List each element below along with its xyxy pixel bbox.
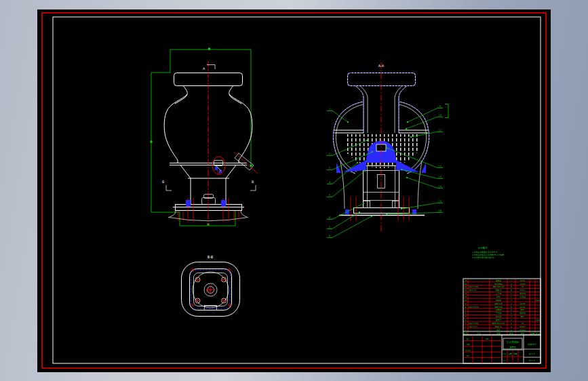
bom-cell: 3	[465, 322, 467, 325]
bom-cell: 下壳体	[496, 312, 502, 315]
balloon-leader	[406, 117, 437, 129]
drawing-canvas: A B B A-A	[37, 9, 551, 372]
bom-cell: Q235	[520, 306, 526, 308]
bom-header-cell: 代号	[477, 332, 481, 335]
bom-cell: 1	[511, 279, 512, 282]
leader-end-tick	[407, 121, 408, 123]
bom-cell: 15	[465, 283, 467, 285]
bom-cell: Q235	[520, 302, 526, 305]
sig-label: 标准化	[465, 349, 471, 352]
balloon-number: 14	[439, 185, 442, 188]
bom-cell: 1	[511, 296, 512, 298]
sheet-info: 共 1 张	[528, 353, 535, 355]
leader-end-tick	[406, 128, 407, 129]
cut-label-a: A	[203, 67, 205, 71]
bom-cell: HT200	[520, 329, 526, 332]
bom-header-cell: 数量	[509, 332, 513, 335]
balloon-number: 2	[329, 153, 330, 155]
scale-value: 1:2	[503, 360, 507, 362]
cut-label-b-right: B	[252, 180, 254, 184]
balloon-number: 9	[439, 105, 441, 108]
balloon-bracket	[445, 104, 448, 118]
desktop-background: A B B A-A	[0, 0, 588, 381]
leader-end-tick	[371, 216, 372, 217]
section-view: A-A	[333, 62, 448, 232]
leader-end-tick	[366, 140, 368, 141]
balloon-leader	[332, 212, 359, 228]
front-view: A B B	[151, 48, 258, 226]
leader-end-tick	[359, 212, 360, 213]
bom-cell: 电机支架	[494, 302, 503, 305]
balloon-number: 5	[329, 194, 330, 197]
bom-cell: 35	[522, 322, 524, 325]
bom-cell: 垫圈 8	[496, 289, 502, 292]
balloon-leader	[332, 171, 365, 197]
leader-end-tick	[410, 136, 412, 138]
bom-cell: 8	[511, 289, 512, 292]
bom-cell: Q235	[520, 279, 526, 282]
bom-header-cell: 名称	[496, 332, 501, 335]
note-line: 3.外表面涂漆,做防锈处理。	[472, 256, 496, 259]
bom-cell: 1	[511, 319, 512, 321]
bom-cell: 35	[522, 285, 524, 288]
bom-cell: 16	[465, 279, 467, 282]
field-label: 数量	[514, 353, 518, 355]
field-label: 重量	[509, 353, 513, 355]
bom-cell: 风帽罩	[496, 279, 502, 282]
bom-cell: 8	[465, 306, 467, 308]
bom-cell: 4	[465, 319, 467, 321]
bom-cell: 1	[511, 292, 512, 295]
sig-label: 设计	[466, 338, 470, 340]
leader-end-tick	[357, 162, 358, 163]
bom-cell: 1	[511, 302, 512, 305]
bom-cell: 6	[465, 312, 467, 315]
bom-cell: 1	[511, 299, 512, 302]
balloon-leader	[408, 108, 437, 122]
bom-cell: 螺母 M8	[494, 306, 502, 308]
bom-cell: 13	[465, 289, 467, 292]
balloon-number: 13	[439, 176, 442, 178]
bom-cell: GB/T 5782	[469, 322, 479, 325]
bom-cell: GB/T 97.1	[469, 325, 479, 328]
bom-cell: GB/T 6170	[469, 306, 479, 308]
leader-end-tick	[401, 169, 402, 170]
balloon-leader	[332, 216, 372, 237]
bom-cell: Q235	[520, 283, 526, 285]
bom-cell: 1	[511, 283, 512, 285]
bom-header-cell: 单重	[530, 332, 534, 335]
balloon-leader	[407, 178, 437, 188]
bom-cell: 橡胶	[521, 308, 525, 311]
drawing-name: 立式通风机	[507, 340, 520, 344]
bom-cell: GB/T 5782	[469, 285, 479, 288]
bom-cell: 1	[511, 315, 512, 318]
bom-cell: 1	[465, 329, 467, 332]
bom-cell: 叶轮	[496, 296, 501, 298]
balloon-leader	[332, 203, 364, 219]
cut-label-b-left: B	[162, 180, 164, 184]
bom-cell: 14	[465, 285, 467, 288]
bom-cell: 橡胶	[521, 315, 525, 318]
bom-cell: 外购	[536, 299, 541, 302]
balloon-number: 6	[329, 216, 330, 219]
field-label: 比例	[503, 353, 507, 355]
drawing-type: 装配图	[509, 346, 516, 348]
front-body-outline	[164, 73, 254, 221]
balloon-number: 7	[329, 226, 330, 228]
leader-end-tick	[372, 151, 373, 153]
bom-cell: 玻璃钢	[520, 292, 526, 295]
bom-cell: 7	[465, 308, 467, 311]
bom-cell: 4	[511, 325, 512, 328]
bom-cell: 密封圈	[496, 315, 502, 318]
bom-cell: 12	[465, 292, 467, 295]
balloon-number: 16	[439, 209, 442, 212]
leader-end-tick	[386, 214, 387, 215]
notes-title: 技术要求	[478, 247, 488, 249]
bottom-title: B-B	[208, 255, 214, 259]
leader-end-tick	[363, 203, 364, 204]
balloon-number: 3	[329, 167, 330, 169]
bom-cell: 底座	[496, 329, 501, 332]
leader-end-tick	[401, 208, 402, 209]
front-blue-sections	[186, 167, 226, 207]
leader-end-tick	[364, 170, 366, 172]
bom-cell: 4	[511, 308, 512, 311]
